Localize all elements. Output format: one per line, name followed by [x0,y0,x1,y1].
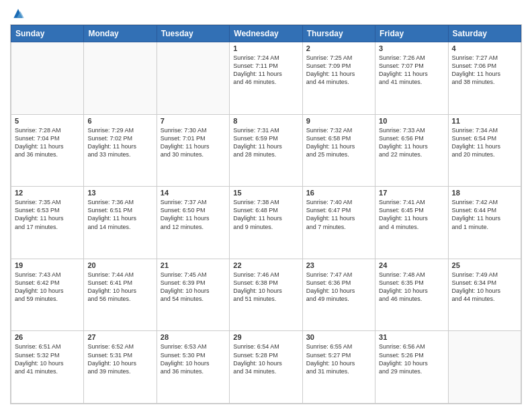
day-info: Sunrise: 7:36 AM Sunset: 6:51 PM Dayligh… [87,198,152,231]
day-number: 12 [15,189,80,197]
day-number: 26 [15,333,80,341]
cal-cell-w0-d3: 1Sunrise: 7:24 AM Sunset: 7:11 PM Daylig… [230,42,302,115]
day-info: Sunrise: 7:30 AM Sunset: 7:01 PM Dayligh… [161,126,226,159]
day-number: 18 [452,189,517,197]
cal-cell-w2-d5: 17Sunrise: 7:41 AM Sunset: 6:45 PM Dayli… [375,187,448,259]
day-info: Sunrise: 7:37 AM Sunset: 6:50 PM Dayligh… [161,198,226,231]
day-number: 11 [452,117,517,125]
day-number: 4 [452,44,517,52]
day-number: 13 [87,189,152,197]
cal-cell-w1-d4: 9Sunrise: 7:32 AM Sunset: 6:58 PM Daylig… [302,114,375,187]
day-info: Sunrise: 7:28 AM Sunset: 7:04 PM Dayligh… [15,126,80,159]
day-number: 27 [87,333,152,341]
day-number: 25 [452,261,517,269]
day-info: Sunrise: 6:51 AM Sunset: 5:32 PM Dayligh… [15,342,80,375]
day-info: Sunrise: 6:52 AM Sunset: 5:31 PM Dayligh… [87,342,152,375]
day-number: 23 [306,261,371,269]
day-info: Sunrise: 6:54 AM Sunset: 5:28 PM Dayligh… [233,342,298,375]
header-sunday: Sunday [11,26,84,42]
day-number: 1 [233,44,298,52]
logo [10,7,25,20]
day-info: Sunrise: 7:29 AM Sunset: 7:02 PM Dayligh… [87,126,152,159]
day-info: Sunrise: 6:53 AM Sunset: 5:30 PM Dayligh… [161,342,226,375]
header-friday: Friday [375,26,448,42]
day-info: Sunrise: 7:42 AM Sunset: 6:44 PM Dayligh… [452,198,517,231]
day-number: 31 [379,333,444,341]
day-number: 10 [379,117,444,125]
day-info: Sunrise: 6:56 AM Sunset: 5:26 PM Dayligh… [379,342,444,375]
header-tuesday: Tuesday [157,26,229,42]
day-number: 14 [161,189,226,197]
cal-cell-w0-d2 [157,42,229,115]
day-info: Sunrise: 7:33 AM Sunset: 6:56 PM Dayligh… [379,126,444,159]
day-info: Sunrise: 7:47 AM Sunset: 6:36 PM Dayligh… [306,271,371,304]
cal-cell-w4-d2: 28Sunrise: 6:53 AM Sunset: 5:30 PM Dayli… [157,331,229,404]
cal-cell-w3-d1: 20Sunrise: 7:44 AM Sunset: 6:41 PM Dayli… [84,259,157,331]
day-number: 30 [306,333,371,341]
calendar: Sunday Monday Tuesday Wednesday Thursday… [10,24,522,404]
week-row-2: 12Sunrise: 7:35 AM Sunset: 6:53 PM Dayli… [11,187,521,259]
day-number: 29 [233,333,298,341]
cal-cell-w4-d3: 29Sunrise: 6:54 AM Sunset: 5:28 PM Dayli… [230,331,302,404]
week-row-0: 1Sunrise: 7:24 AM Sunset: 7:11 PM Daylig… [11,42,521,115]
day-number: 8 [233,117,298,125]
header-saturday: Saturday [448,26,521,42]
cal-cell-w1-d6: 11Sunrise: 7:34 AM Sunset: 6:54 PM Dayli… [448,114,521,187]
day-info: Sunrise: 7:34 AM Sunset: 6:54 PM Dayligh… [452,126,517,159]
cal-cell-w0-d5: 3Sunrise: 7:26 AM Sunset: 7:07 PM Daylig… [375,42,448,115]
day-number: 21 [161,261,226,269]
page: Sunday Monday Tuesday Wednesday Thursday… [0,0,532,411]
header-wednesday: Wednesday [230,26,302,42]
header-thursday: Thursday [302,26,375,42]
cal-cell-w2-d1: 13Sunrise: 7:36 AM Sunset: 6:51 PM Dayli… [84,187,157,259]
cal-cell-w2-d0: 12Sunrise: 7:35 AM Sunset: 6:53 PM Dayli… [11,187,84,259]
day-info: Sunrise: 7:48 AM Sunset: 6:35 PM Dayligh… [379,271,444,304]
week-row-4: 26Sunrise: 6:51 AM Sunset: 5:32 PM Dayli… [11,331,521,404]
cal-cell-w3-d4: 23Sunrise: 7:47 AM Sunset: 6:36 PM Dayli… [302,259,375,331]
cal-cell-w2-d4: 16Sunrise: 7:40 AM Sunset: 6:47 PM Dayli… [302,187,375,259]
cal-cell-w2-d3: 15Sunrise: 7:38 AM Sunset: 6:48 PM Dayli… [230,187,302,259]
day-number: 7 [161,117,226,125]
day-number: 22 [233,261,298,269]
day-number: 2 [306,44,371,52]
day-number: 28 [161,333,226,341]
day-number: 9 [306,117,371,125]
calendar-table: Sunday Monday Tuesday Wednesday Thursday… [11,25,521,404]
cal-cell-w4-d6 [448,331,521,404]
day-info: Sunrise: 7:32 AM Sunset: 6:58 PM Dayligh… [306,126,371,159]
day-number: 3 [379,44,444,52]
day-info: Sunrise: 7:38 AM Sunset: 6:48 PM Dayligh… [233,198,298,231]
cal-cell-w3-d6: 25Sunrise: 7:49 AM Sunset: 6:34 PM Dayli… [448,259,521,331]
day-number: 16 [306,189,371,197]
day-info: Sunrise: 6:55 AM Sunset: 5:27 PM Dayligh… [306,342,371,375]
cal-cell-w0-d1 [84,42,157,115]
cal-cell-w1-d2: 7Sunrise: 7:30 AM Sunset: 7:01 PM Daylig… [157,114,229,187]
week-row-3: 19Sunrise: 7:43 AM Sunset: 6:42 PM Dayli… [11,259,521,331]
header-monday: Monday [84,26,157,42]
day-info: Sunrise: 7:41 AM Sunset: 6:45 PM Dayligh… [379,198,444,231]
day-info: Sunrise: 7:35 AM Sunset: 6:53 PM Dayligh… [15,198,80,231]
cal-cell-w1-d3: 8Sunrise: 7:31 AM Sunset: 6:59 PM Daylig… [230,114,302,187]
day-info: Sunrise: 7:25 AM Sunset: 7:09 PM Dayligh… [306,54,371,87]
logo-icon [11,7,25,20]
day-info: Sunrise: 7:45 AM Sunset: 6:39 PM Dayligh… [161,271,226,304]
day-info: Sunrise: 7:26 AM Sunset: 7:07 PM Dayligh… [379,54,444,87]
day-number: 5 [15,117,80,125]
day-info: Sunrise: 7:31 AM Sunset: 6:59 PM Dayligh… [233,126,298,159]
day-number: 20 [87,261,152,269]
day-info: Sunrise: 7:43 AM Sunset: 6:42 PM Dayligh… [15,271,80,304]
cal-cell-w3-d2: 21Sunrise: 7:45 AM Sunset: 6:39 PM Dayli… [157,259,229,331]
weekday-header-row: Sunday Monday Tuesday Wednesday Thursday… [11,26,521,42]
cal-cell-w0-d0 [11,42,84,115]
cal-cell-w1-d5: 10Sunrise: 7:33 AM Sunset: 6:56 PM Dayli… [375,114,448,187]
cal-cell-w4-d0: 26Sunrise: 6:51 AM Sunset: 5:32 PM Dayli… [11,331,84,404]
day-info: Sunrise: 7:49 AM Sunset: 6:34 PM Dayligh… [452,271,517,304]
cal-cell-w1-d0: 5Sunrise: 7:28 AM Sunset: 7:04 PM Daylig… [11,114,84,187]
cal-cell-w3-d5: 24Sunrise: 7:48 AM Sunset: 6:35 PM Dayli… [375,259,448,331]
header [10,7,522,20]
cal-cell-w2-d2: 14Sunrise: 7:37 AM Sunset: 6:50 PM Dayli… [157,187,229,259]
cal-cell-w0-d6: 4Sunrise: 7:27 AM Sunset: 7:06 PM Daylig… [448,42,521,115]
day-number: 24 [379,261,444,269]
cal-cell-w3-d0: 19Sunrise: 7:43 AM Sunset: 6:42 PM Dayli… [11,259,84,331]
day-number: 19 [15,261,80,269]
